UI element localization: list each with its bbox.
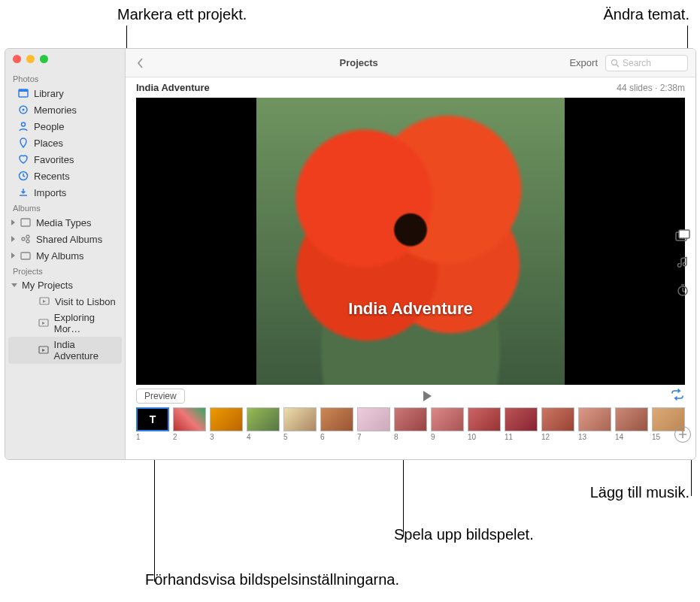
sidebar-item-shared-albums[interactable]: Shared Albums xyxy=(5,231,125,247)
thumbnail-number: 11 xyxy=(505,433,513,441)
callout-change-theme: Ändra temat. xyxy=(603,6,689,23)
thumbnail-number: 5 xyxy=(283,433,288,441)
svg-rect-10 xyxy=(21,253,30,259)
sidebar-item-people[interactable]: People xyxy=(5,118,125,135)
callout-select-project: Markera ett projekt. xyxy=(117,6,247,23)
sidebar-item-memories[interactable]: Memories xyxy=(5,101,125,118)
chevron-right-icon xyxy=(11,253,15,259)
thumbnail[interactable]: 13 xyxy=(578,407,611,441)
loop-button[interactable] xyxy=(670,389,685,404)
thumbnail[interactable]: 7 xyxy=(357,407,390,441)
sidebar-item-favorites[interactable]: Favorites xyxy=(5,151,125,168)
thumbnail[interactable]: 8 xyxy=(394,407,427,441)
thumbnail[interactable]: T 1 xyxy=(136,407,169,441)
minimize-icon[interactable] xyxy=(26,55,35,63)
sidebar-item-label: Memories xyxy=(34,104,77,116)
thumbnail[interactable]: 12 xyxy=(541,407,574,441)
thumbnail[interactable]: 3 xyxy=(210,407,243,441)
memories-icon xyxy=(17,104,29,116)
sidebar-item-my-projects[interactable]: My Projects xyxy=(5,277,125,293)
thumbnail-image xyxy=(578,407,611,431)
clock-icon xyxy=(17,170,29,182)
window-controls[interactable] xyxy=(13,55,48,63)
sidebar-item-recents[interactable]: Recents xyxy=(5,168,125,184)
svg-rect-6 xyxy=(21,219,30,226)
slide-image: India Adventure xyxy=(256,98,565,385)
thumbnail[interactable]: 11 xyxy=(505,407,538,441)
sidebar-project-item[interactable]: Visit to Lisbon xyxy=(5,293,125,310)
theme-button[interactable] xyxy=(674,228,691,244)
slideshow-icon xyxy=(38,317,50,329)
toolbar-title: Projects xyxy=(148,57,569,68)
sidebar-item-label: Visit to Lisbon xyxy=(55,296,116,307)
thumbnail-number: 12 xyxy=(541,433,550,441)
svg-rect-16 xyxy=(679,230,689,238)
sidebar-item-label: People xyxy=(34,121,64,132)
search-placeholder: Search xyxy=(623,58,651,68)
music-button[interactable] xyxy=(674,255,691,271)
duration-button[interactable] xyxy=(674,282,691,298)
sidebar-item-label: Favorites xyxy=(34,154,74,165)
sidebar-item-media-types[interactable]: Media Types xyxy=(5,214,125,231)
add-photo-button[interactable] xyxy=(674,426,691,443)
thumbnail-number: 8 xyxy=(394,433,398,441)
thumbnail-strip[interactable]: T 1 2 3 4 5 6 7 8 9 10 11 12 13 14 15 xyxy=(126,407,695,444)
preview-button[interactable]: Preview xyxy=(136,389,185,404)
sidebar-project-item-selected[interactable]: India Adventure xyxy=(8,337,122,364)
thumbnail-number: 10 xyxy=(468,433,476,441)
sidebar-item-places[interactable]: Places xyxy=(5,135,125,151)
fullscreen-icon[interactable] xyxy=(40,55,48,63)
thumbnail-image xyxy=(431,407,464,431)
thumbnail-number: 14 xyxy=(615,433,623,441)
title-slide-icon: T xyxy=(136,407,169,431)
sidebar-item-label: Places xyxy=(34,138,63,149)
project-header: India Adventure 44 slides · 2:38m xyxy=(126,77,695,95)
sidebar-item-label: Imports xyxy=(34,187,66,198)
svg-point-4 xyxy=(22,123,26,126)
export-button[interactable]: Export xyxy=(569,57,598,68)
thumbnail[interactable]: 14 xyxy=(615,407,648,441)
sidebar-item-label: Recents xyxy=(34,171,70,182)
sidebar-section-photos: Photos xyxy=(5,71,125,85)
thumbnail[interactable]: 4 xyxy=(247,407,280,441)
thumbnail[interactable]: 2 xyxy=(173,407,206,441)
shared-icon xyxy=(20,233,32,245)
library-icon xyxy=(17,87,29,99)
back-button[interactable] xyxy=(133,58,148,68)
thumbnail-number: 9 xyxy=(431,433,435,441)
thumbnail[interactable]: 6 xyxy=(320,407,353,441)
close-icon[interactable] xyxy=(13,55,21,63)
thumbnail-number: 1 xyxy=(136,433,141,441)
search-input[interactable]: Search xyxy=(605,55,688,71)
main-content: Projects Export Search India Adventure 4… xyxy=(126,49,695,459)
people-icon xyxy=(17,120,29,132)
sidebar-item-library[interactable]: Library xyxy=(5,85,125,101)
svg-rect-1 xyxy=(19,89,28,92)
play-icon xyxy=(423,391,432,401)
sidebar-item-my-albums[interactable]: My Albums xyxy=(5,247,125,264)
thumbnail[interactable]: 5 xyxy=(283,407,317,441)
places-icon xyxy=(17,137,29,149)
thumbnail[interactable]: 9 xyxy=(431,407,464,441)
project-title: India Adventure xyxy=(136,82,210,93)
sidebar-item-imports[interactable]: Imports xyxy=(5,184,125,201)
thumbnail-image xyxy=(173,407,206,431)
callout-preview-settings: Förhandsvisa bildspelsinställningarna. xyxy=(145,571,399,588)
plus-icon xyxy=(678,430,687,439)
thumbnail-image xyxy=(468,407,501,431)
callout-play-slideshow: Spela upp bildspelet. xyxy=(394,526,534,543)
thumbnail[interactable]: 10 xyxy=(468,407,501,441)
sidebar-project-item[interactable]: Exploring Mor… xyxy=(5,310,125,337)
svg-point-9 xyxy=(26,240,29,243)
thumbnail-number: 15 xyxy=(652,433,660,441)
thumbnail-image xyxy=(615,407,648,431)
slideshow-icon xyxy=(38,295,50,307)
slideshow-icon xyxy=(38,344,50,356)
thumbnail-number: 13 xyxy=(578,433,586,441)
thumbnail-number: 4 xyxy=(247,433,251,441)
play-button[interactable] xyxy=(423,391,432,401)
sidebar-item-label: Library xyxy=(34,88,64,99)
sidebar-item-label: My Albums xyxy=(36,250,84,262)
callout-add-music: Lägg till musik. xyxy=(590,484,689,501)
leader-line xyxy=(154,452,155,582)
